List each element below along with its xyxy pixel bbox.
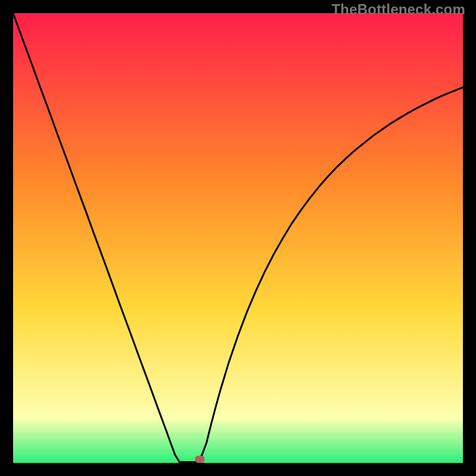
plot-background — [13, 13, 463, 463]
bottleneck-chart — [0, 0, 476, 476]
optimal-marker — [195, 456, 205, 463]
chart-container: { "watermark": "TheBottleneck.com", "col… — [0, 0, 476, 476]
watermark-text: TheBottleneck.com — [331, 1, 465, 18]
